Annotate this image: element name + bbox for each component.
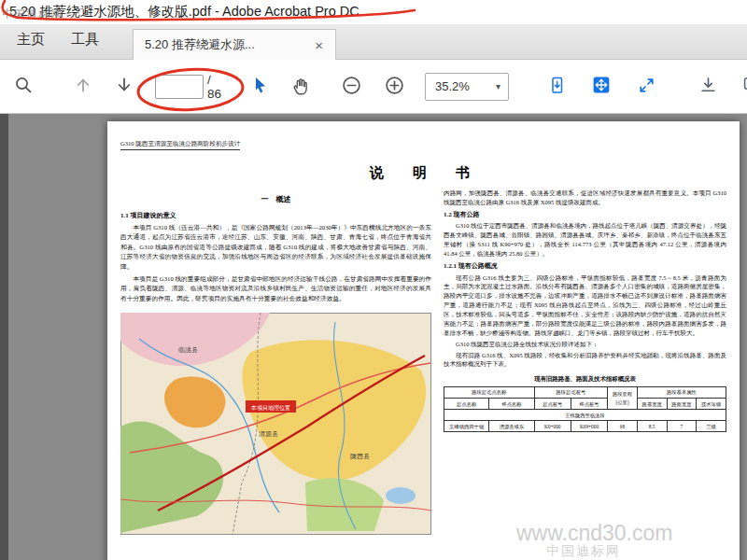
search-icon — [14, 76, 33, 97]
plus-circle-icon — [385, 76, 404, 98]
doc-paragraph: 本项目是 G310 线的重要组成部分，是甘肃省中部地区的经济运输干线公路，在甘肃… — [120, 274, 431, 304]
table-header-cell: 终点名称 — [489, 399, 534, 410]
table-header-cell: 起点名称 — [444, 399, 489, 410]
spec-table: 路段起讫点名称 路段起讫桩号 路段里程(公里) 路段基本属性 起点名称 终点名称… — [444, 386, 726, 432]
main-toolbar: / 86 — [0, 60, 747, 114]
watermark-url: www.cnd30.com — [516, 521, 672, 546]
map-project-label: 本项目地理位置 — [250, 405, 290, 412]
table-cell: 三级 — [697, 421, 726, 432]
table-row: 文峰镇西四十铺 渭源县城东 K0+000 K69+000 68 8.5 7 三级 — [444, 421, 726, 432]
table-cell: K69+000 — [571, 421, 607, 432]
table-header-cell: 路段里程(公里) — [608, 386, 638, 409]
doc-title: 说 明 书 — [107, 164, 740, 182]
doc-left-column: 一 概述 1.1 项目建设的意义 本项目 G310 线（连云港—共和），是《国家… — [120, 194, 431, 539]
doc-running-header: G310 陇西至渭源至临洮公路两阶段初步设计 — [120, 140, 240, 150]
table-header-cell: 路面宽度 — [667, 399, 697, 410]
doc-paragraph: G310 线位于定西市陇西县、渭源县和临洮县境内，路线起点位于塔儿峡（陇西、渭源… — [444, 221, 726, 259]
table-section-cell: 主线陇西至临洮段 — [444, 410, 726, 421]
table-cell: 渭源县城东 — [489, 421, 534, 432]
speech-bubble-icon — [742, 75, 747, 98]
chevron-down-icon: ▾ — [496, 81, 500, 91]
pan-arrows-icon — [591, 75, 612, 98]
table-header-cell: 路段起讫桩号 — [534, 386, 608, 398]
table-cell: 文峰镇西四十铺 — [444, 421, 489, 432]
tab-tools[interactable]: 工具 — [58, 31, 112, 59]
acrobat-window: 5.20 推荐绕避水源地、修改版.pdf - Adobe Acrobat Pro… — [0, 0, 747, 560]
zoom-level-value: 35.2% — [435, 79, 470, 93]
map-county-label: 渭源县 — [259, 430, 278, 438]
watermark-site: 中国迪标网 — [546, 543, 621, 560]
spec-table-title: 现有旧路路基、路面及技术指标概况表 — [444, 374, 726, 384]
zoom-level-dropdown[interactable]: 35.2% ▾ — [425, 73, 509, 101]
pdf-page[interactable]: G310 陇西至渭源至临洮公路两阶段初步设计 说 明 书 一 概述 1.1 项目… — [107, 121, 740, 560]
table-header-row: 路段起讫点名称 路段起讫桩号 路段里程(公里) 路段基本属性 — [444, 386, 726, 398]
table-cell: 68 — [608, 421, 638, 432]
map-county-label: 陇西县 — [350, 453, 370, 460]
table-header-text: (公里) — [615, 399, 628, 405]
hand-tool-button[interactable] — [287, 71, 315, 103]
doc-heading-1-1: 1.1 项目建设的意义 — [120, 211, 431, 221]
diagonal-expand-icon — [637, 76, 656, 98]
table-header-cell: 终点桩号 — [571, 399, 607, 410]
download-panel-button[interactable] — [694, 71, 722, 103]
page-total-label: / 86 — [207, 73, 221, 101]
close-tab-button[interactable]: × — [312, 36, 326, 54]
doc-chapter-heading: 一 概述 — [120, 194, 431, 206]
pan-fit-button[interactable] — [587, 71, 615, 103]
table-cell: K0+000 — [534, 421, 571, 432]
document-view-area[interactable]: G310 陇西至渭源至临洮公路两阶段初步设计 说 明 书 一 概述 1.1 项目… — [0, 114, 747, 560]
search-button[interactable] — [9, 71, 37, 103]
page-scrolling-mode-button[interactable] — [543, 71, 571, 103]
table-header-cell: 路段起讫点名称 — [444, 386, 535, 398]
table-header-cell: 技术等级 — [697, 399, 726, 410]
cursor-arrow-icon — [250, 76, 269, 97]
table-cell: 7 — [667, 421, 697, 432]
page-number-input[interactable] — [155, 75, 204, 99]
tab-document[interactable]: 5.20 推荐绕避水源... × — [133, 29, 336, 60]
arrow-up-icon — [74, 76, 92, 97]
table-header-cell: 起点桩号 — [534, 399, 571, 410]
table-section-row: 主线陇西至临洮段 — [444, 410, 726, 421]
arrow-down-icon — [115, 76, 134, 97]
table-subheader-row: 起点名称 终点名称 起点桩号 终点桩号 路基宽度 路面宽度 技术等级 — [444, 399, 726, 410]
location-map-figure: 本项目地理位置 临洮县 渭源县 陇西县 — [120, 313, 431, 539]
watermark-top-left: 中国迪标网 — [2, 7, 63, 22]
doc-paragraph: 现有旧路 G316 线、X095 线路段，经收集和分析旧路养护资料并经实地踏勘，… — [444, 351, 726, 370]
tab-home[interactable]: 主页 — [4, 31, 58, 59]
table-header-cell: 路基宽度 — [637, 399, 667, 410]
minus-circle-icon — [342, 76, 361, 98]
doc-paragraph: 本项目 G310 线（连云港—共和），是《国家公路网规划（2013年—2030年… — [120, 223, 431, 273]
doc-paragraph: 内路网，加强陇西县、渭源县、临洮县交通联系，促进区域经济快速发展都具有重要意义。… — [444, 189, 726, 207]
next-page-button[interactable] — [110, 71, 138, 103]
table-header-cell: 路段基本属性 — [637, 386, 726, 398]
table-header-text: 路段里程 — [613, 391, 632, 397]
navigation-pane-strip[interactable] — [0, 114, 8, 560]
doc-heading-1-2-1: 1.2.1 现有公路概况 — [444, 261, 726, 272]
doc-paragraph: G310 线陇西至临洮公路全线技术状况分段详述如下： — [444, 340, 726, 349]
location-map-image: 本项目地理位置 临洮县 渭源县 陇西县 — [120, 313, 431, 535]
zoom-out-button[interactable] — [337, 71, 365, 103]
zoom-in-button[interactable] — [380, 71, 408, 103]
doc-paragraph: 现有公路 G316 线主要为三、四级公路标准，平纵面指标较低，路基宽度 7.5～… — [444, 273, 726, 338]
arrow-down-to-bar-icon — [698, 76, 718, 98]
previous-page-button[interactable] — [69, 71, 97, 103]
hand-icon — [291, 76, 311, 98]
scrolling-page-icon — [547, 76, 567, 98]
table-cell: 8.5 — [637, 421, 667, 432]
doc-right-column: 内路网，加强陇西县、渭源县、临洮县交通联系，促进区域经济快速发展都具有重要意义。… — [444, 189, 726, 432]
comment-panel-button[interactable] — [739, 71, 747, 103]
full-screen-mode-button[interactable] — [632, 71, 660, 103]
select-tool-button[interactable] — [246, 71, 274, 103]
doc-heading-1-2: 1.2 现有公路 — [444, 210, 726, 220]
tab-bar: 主页 工具 5.20 推荐绕避水源... × — [0, 24, 747, 60]
title-bar: 5.20 推荐绕避水源地、修改版.pdf - Adobe Acrobat Pro… — [0, 0, 747, 24]
tab-document-label: 5.20 推荐绕避水源... — [145, 36, 255, 53]
map-county-label: 临洮县 — [178, 346, 198, 354]
